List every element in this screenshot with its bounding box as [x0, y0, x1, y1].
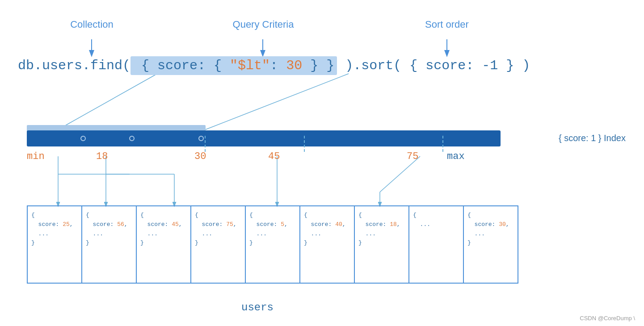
- watermark: CSDN @CoreDump \: [580, 315, 635, 322]
- bar-dash-line-2: [304, 136, 305, 152]
- scale-45: 45: [268, 151, 280, 162]
- query-criteria-annotation: Query Criteria: [210, 19, 317, 30]
- bar-dot-1: [80, 136, 86, 141]
- scale-30: 30: [194, 151, 206, 162]
- collection-cell-6: { score: 40, ... }: [300, 206, 355, 283]
- collection-cell-4: { score: 75, ... }: [191, 206, 246, 283]
- index-bar-container: { score: 1 } Index: [27, 125, 501, 146]
- collection-cell-1: { score: 25, ... }: [28, 206, 82, 283]
- svg-line-6: [206, 74, 349, 130]
- index-bar-outer: { score: 1 } Index: [27, 125, 501, 146]
- index-label: { score: 1 } Index: [559, 133, 626, 143]
- code-highlight: { score: { "$lt": 30 } }: [130, 56, 337, 75]
- bar-dot-2: [129, 136, 135, 141]
- code-suffix: ).sort( { score: -1 } ): [337, 58, 530, 73]
- collection-cell-7: { score: 18, ... }: [355, 206, 409, 283]
- index-bar-dark: [27, 130, 501, 146]
- code-line: db.users.find( { score: { "$lt": 30 } } …: [18, 58, 530, 73]
- collection-cell-2: { score: 56, ... }: [82, 206, 137, 283]
- bar-dash-line-1: [205, 136, 206, 152]
- collection-cell-3: { score: 45, ... }: [137, 206, 191, 283]
- scale-75: 75: [407, 151, 418, 162]
- collection-annotation: Collection: [55, 19, 129, 30]
- svg-line-5: [58, 74, 157, 130]
- collection-cell-9: { score: 30, ... }: [464, 206, 518, 283]
- scale-min: min: [27, 151, 45, 162]
- collection-cell-5: { score: 5, ... }: [246, 206, 300, 283]
- sort-order-annotation: Sort order: [402, 19, 492, 30]
- collection-cell-8: { ...: [409, 206, 464, 283]
- collection-area: { score: 25, ... } { score: 56, ... } { …: [27, 205, 518, 284]
- bar-dash-line-3: [442, 136, 443, 152]
- bar-dot-3: [198, 136, 204, 141]
- main-container: Collection Query Criteria Sort order db.…: [0, 0, 644, 326]
- scale-max: max: [447, 151, 465, 162]
- code-prefix: db.users.find(: [18, 58, 130, 73]
- users-label: users: [241, 301, 274, 313]
- scale-18: 18: [96, 151, 108, 162]
